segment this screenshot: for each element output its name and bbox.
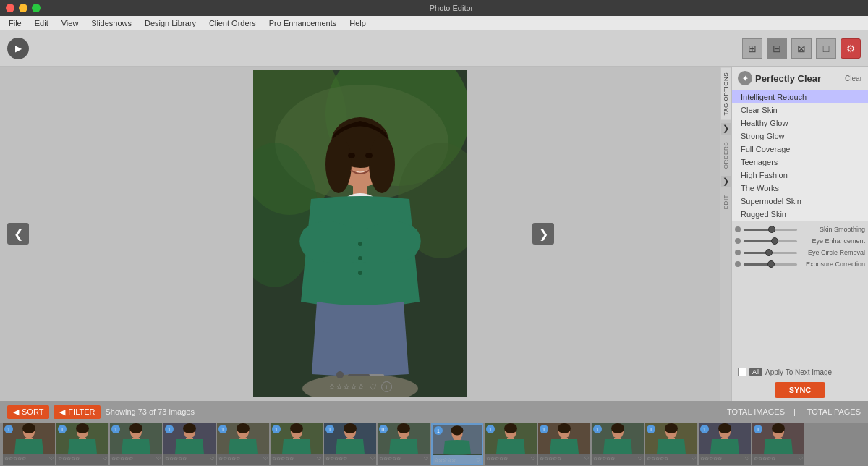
thumbnail-item[interactable]: 1 ☆☆☆☆☆ ♡ xyxy=(271,423,323,465)
thumb-label-row: ☆☆☆☆☆ ♡ xyxy=(163,454,216,464)
thumbnail-item[interactable]: 1 ☆☆☆☆☆ ♡ xyxy=(3,423,55,465)
eye-enhancement-row: Eye Enhancement xyxy=(735,237,865,245)
thumb-badge: 1 xyxy=(754,425,762,433)
eye-circle-removal-row: Eye Circle Removal xyxy=(735,249,865,256)
view-detail-button[interactable]: ⊠ xyxy=(791,38,812,59)
thumb-heart: ♡ xyxy=(476,457,480,463)
svg-point-36 xyxy=(237,423,250,433)
menu-client-orders[interactable]: Client Orders xyxy=(203,17,262,29)
settings-button[interactable]: ⚙ xyxy=(841,38,861,59)
gear-icon: ⚙ xyxy=(846,43,856,54)
thumbnail-item[interactable]: 1 ☆☆☆☆☆ ♡ xyxy=(645,423,697,465)
thumb-label-row: ☆☆☆☆☆ ♡ xyxy=(56,454,109,464)
thumbnail-item[interactable]: 1 ☆☆☆☆☆ ♡ xyxy=(592,423,644,465)
view-list-button[interactable]: ⊟ xyxy=(767,38,787,59)
svg-point-52 xyxy=(451,425,464,435)
orders-tab[interactable]: ORDERS xyxy=(721,137,731,173)
all-badge: All xyxy=(749,368,762,376)
exposure-correction-slider[interactable] xyxy=(744,263,797,266)
thumbnail-item[interactable]: 1 ☆☆☆☆☆ ♡ xyxy=(56,423,109,465)
menu-design-library[interactable]: Design Library xyxy=(139,17,202,29)
view-single-button[interactable]: □ xyxy=(816,38,836,59)
clear-link[interactable]: Clear xyxy=(845,75,862,82)
thumbnail-item[interactable]: 1 ☆☆☆☆☆ ♡ xyxy=(217,423,269,465)
thumbnail-item[interactable]: 10 ☆☆☆☆☆ ♡ xyxy=(378,423,430,465)
apply-next-checkbox[interactable] xyxy=(738,368,746,376)
thumbnail-item[interactable]: 1 ☆☆☆☆☆ ♡ xyxy=(324,423,376,465)
thumb-badge: 1 xyxy=(647,425,655,433)
menu-help[interactable]: Help xyxy=(344,17,372,29)
toolbar: ▶ ⊞ ⊟ ⊠ □ ⚙ xyxy=(0,30,868,67)
preset-the-works[interactable]: The Works xyxy=(732,182,868,195)
preset-full-coverage[interactable]: Full Coverage xyxy=(732,143,868,156)
thumb-heart: ♡ xyxy=(745,456,749,462)
preset-clear-skin[interactable]: Clear Skin xyxy=(732,103,868,116)
thumb-badge: 1 xyxy=(434,426,443,435)
maximize-button[interactable] xyxy=(32,4,41,12)
thumb-heart: ♡ xyxy=(424,456,428,462)
next-arrow-button[interactable]: ❯ xyxy=(532,223,554,245)
sort-button[interactable]: ◀ SORT xyxy=(7,405,49,419)
thumb-stars: ☆☆☆☆☆ xyxy=(326,456,347,462)
close-button[interactable] xyxy=(6,4,14,12)
eye-enhancement-slider[interactable] xyxy=(744,240,797,242)
prev-arrow-button[interactable]: ❮ xyxy=(7,223,29,245)
panel-expand-arrow[interactable]: ❯ xyxy=(721,123,731,135)
eye-enhancement-label: Eye Enhancement xyxy=(800,237,865,245)
eye-circle-removal-slider[interactable] xyxy=(744,252,797,254)
skin-smoothing-slider[interactable] xyxy=(744,229,797,231)
thumb-stars: ☆☆☆☆☆ xyxy=(593,456,615,462)
thumb-badge: 1 xyxy=(165,425,174,433)
play-button[interactable]: ▶ xyxy=(7,38,29,59)
preset-rugged-skin[interactable]: Rugged Skin xyxy=(732,208,868,221)
heart-icon[interactable]: ♡ xyxy=(369,382,377,392)
preset-high-fashion[interactable]: High Fashion xyxy=(732,169,868,182)
thumb-badge: 1 xyxy=(4,425,13,433)
sync-button[interactable]: SYNC xyxy=(775,382,826,398)
svg-point-8 xyxy=(326,135,352,193)
eye-circle-removal-label: Eye Circle Removal xyxy=(800,249,865,256)
svg-point-40 xyxy=(290,423,303,433)
preset-teenagers[interactable]: Teenagers xyxy=(732,156,868,169)
toolbar-right: ⊞ ⊟ ⊠ □ ⚙ xyxy=(742,38,861,59)
menu-view[interactable]: View xyxy=(56,17,85,29)
minimize-button[interactable] xyxy=(19,4,27,12)
preset-strong-glow[interactable]: Strong Glow xyxy=(732,130,868,143)
menu-pro-enhancements[interactable]: Pro Enhancements xyxy=(263,17,343,29)
thumb-label-row: ☆☆☆☆☆ ♡ xyxy=(324,454,376,464)
edit-tab[interactable]: EDIT xyxy=(721,190,731,213)
menu-edit[interactable]: Edit xyxy=(29,17,54,29)
thumb-heart: ♡ xyxy=(317,456,321,462)
thumbnail-item[interactable]: 1 ☆☆☆☆☆ ♡ xyxy=(163,423,216,465)
pc-title: ✦ Perfectly Clear xyxy=(738,71,821,85)
skin-smoothing-dot xyxy=(735,226,741,232)
filter-button[interactable]: ◀ FILTER xyxy=(54,405,101,419)
info-icon[interactable]: i xyxy=(381,381,392,392)
view-grid-button[interactable]: ⊞ xyxy=(742,38,762,59)
menu-slideshows[interactable]: Slideshows xyxy=(85,17,137,29)
preset-supermodel-skin[interactable]: Supermodel Skin xyxy=(732,195,868,208)
orders-expand-arrow[interactable]: ❯ xyxy=(721,176,731,187)
thumb-label-row: ☆☆☆☆☆ ♡ xyxy=(433,455,482,465)
thumbnail-item[interactable]: 1 ☆☆☆☆☆ ♡ xyxy=(485,423,537,465)
preset-intelligent-retouch[interactable]: Intelligent Retouch xyxy=(732,90,868,103)
tab-options-tab[interactable]: TAG OPTIONS xyxy=(721,68,731,120)
thumbnail-item[interactable]: 1 ☆☆☆☆☆ ♡ xyxy=(699,423,751,465)
thumbnail-item[interactable]: 1 ☆☆☆☆☆ ♡ xyxy=(538,423,590,465)
svg-point-48 xyxy=(397,423,410,433)
filmstrip-toolbar: ◀ SORT ◀ FILTER Showing 73 of 73 images … xyxy=(0,401,868,423)
thumb-stars: ☆☆☆☆☆ xyxy=(647,456,668,462)
thumb-label-row: ☆☆☆☆☆ ♡ xyxy=(3,454,55,464)
thumb-label-row: ☆☆☆☆☆ ♡ xyxy=(645,454,697,464)
thumb-stars: ☆☆☆☆☆ xyxy=(4,456,26,462)
preset-healthy-glow[interactable]: Healthy Glow xyxy=(732,116,868,130)
svg-point-24 xyxy=(76,423,89,433)
rating-stars[interactable]: ☆☆☆☆☆ xyxy=(328,382,365,391)
thumbnail-item[interactable]: 1 ☆☆☆☆☆ ♡ xyxy=(752,423,804,465)
thumbnail-item[interactable]: 1 ☆☆☆☆☆ ♡ xyxy=(431,423,483,465)
perfectly-clear-panel: ✦ Perfectly Clear Clear Intelligent Reto… xyxy=(732,67,868,401)
sort-label: SORT xyxy=(22,407,43,416)
thumbnail-item[interactable]: 1 ☆☆☆☆☆ ♡ xyxy=(110,423,162,465)
eye-circle-removal-dot xyxy=(735,250,741,255)
menu-file[interactable]: File xyxy=(3,17,27,29)
